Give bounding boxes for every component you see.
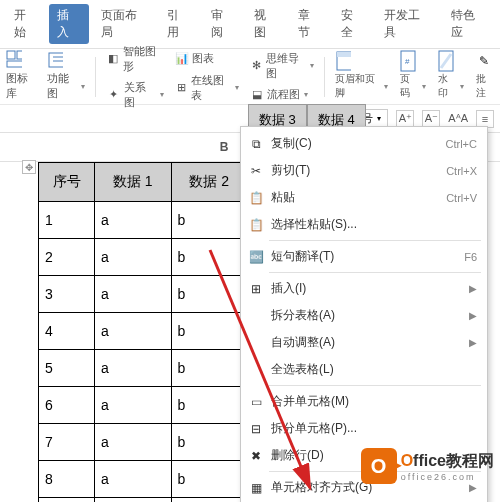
table-cell[interactable]: 8 bbox=[39, 461, 95, 498]
table-row[interactable]: 9ab bbox=[39, 498, 248, 503]
table-row[interactable]: 6ab bbox=[39, 387, 248, 424]
table-cell[interactable]: 4 bbox=[39, 313, 95, 350]
delete-row-icon: ✖ bbox=[248, 448, 264, 464]
watermark-button[interactable]: 水印 bbox=[438, 72, 464, 100]
annotate-button[interactable]: 批注 bbox=[476, 72, 494, 100]
icon-library-button[interactable] bbox=[6, 52, 37, 68]
table-cell[interactable]: b bbox=[171, 387, 248, 424]
svg-rect-2 bbox=[7, 61, 22, 67]
annotate-icon[interactable]: ✎ bbox=[476, 53, 492, 69]
ctx-合并单元格(M)[interactable]: ▭合并单元格(M) bbox=[241, 388, 487, 415]
smartart-button[interactable]: ◧智能图形 bbox=[106, 44, 164, 74]
ctx-剪切(T)[interactable]: ✂剪切(T)Ctrl+X bbox=[241, 157, 487, 184]
header-footer-button[interactable]: 页眉和页脚 bbox=[335, 72, 388, 100]
font-decrease-button[interactable]: A⁻ bbox=[422, 110, 440, 128]
ctx-全选表格(L)[interactable]: 全选表格(L) bbox=[241, 356, 487, 383]
table-cell[interactable]: b bbox=[171, 498, 248, 503]
table-cell[interactable]: a bbox=[95, 202, 172, 239]
tab-review[interactable]: 审阅 bbox=[203, 4, 242, 44]
bold-button[interactable]: B bbox=[214, 137, 234, 157]
data-table[interactable]: 序号 数据 1 数据 2 1ab2ab3ab4ab5ab6ab7ab8ab9ab… bbox=[38, 162, 248, 502]
tab-layout[interactable]: 页面布局 bbox=[93, 4, 156, 44]
cut-icon: ✂ bbox=[248, 163, 264, 179]
watermark-icon[interactable] bbox=[438, 53, 454, 69]
table-cell[interactable]: 5 bbox=[39, 350, 95, 387]
ctx-复制(C)[interactable]: ⧉复制(C)Ctrl+C bbox=[241, 130, 487, 157]
ctx-item-label: 粘贴 bbox=[271, 189, 295, 206]
ctx-item-label: 插入(I) bbox=[271, 280, 306, 297]
ctx-自动调整(A)[interactable]: 自动调整(A)▶ bbox=[241, 329, 487, 356]
table-cell[interactable]: 1 bbox=[39, 202, 95, 239]
table-row[interactable]: 3ab bbox=[39, 276, 248, 313]
table-row[interactable]: 4ab bbox=[39, 313, 248, 350]
table-cell[interactable]: b bbox=[171, 239, 248, 276]
table-cell[interactable]: a bbox=[95, 313, 172, 350]
table-cell[interactable]: a bbox=[95, 350, 172, 387]
svg-rect-1 bbox=[17, 51, 22, 59]
mindmap-button[interactable]: ✻思维导图 bbox=[249, 51, 314, 81]
pagenum-button[interactable]: 页码 bbox=[400, 72, 426, 100]
table-cell[interactable]: 6 bbox=[39, 387, 95, 424]
function-button[interactable] bbox=[47, 52, 85, 68]
chart-button[interactable]: 📊图表 bbox=[174, 51, 239, 67]
chart-icon: 📊 bbox=[174, 51, 190, 67]
pagenum-icon[interactable]: # bbox=[400, 53, 416, 69]
svg-text:#: # bbox=[405, 57, 410, 66]
table-cell[interactable]: 3 bbox=[39, 276, 95, 313]
function-label[interactable]: 功能图 bbox=[47, 71, 85, 101]
tab-section[interactable]: 章节 bbox=[290, 4, 329, 44]
table-row[interactable]: 2ab bbox=[39, 239, 248, 276]
paste-icon: 📋 bbox=[248, 190, 264, 206]
ctx-拆分表格(A)[interactable]: 拆分表格(A)▶ bbox=[241, 302, 487, 329]
relation-icon: ✦ bbox=[106, 87, 122, 103]
cover-icon bbox=[6, 52, 22, 68]
relation-button[interactable]: ✦关系图 bbox=[106, 80, 164, 110]
table-row[interactable]: 7ab bbox=[39, 424, 248, 461]
table-cell[interactable]: b bbox=[171, 202, 248, 239]
tab-insert[interactable]: 插入 bbox=[49, 4, 88, 44]
table-cell[interactable]: 2 bbox=[39, 239, 95, 276]
th-data1[interactable]: 数据 1 bbox=[95, 163, 172, 202]
ctx-粘贴[interactable]: 📋粘贴Ctrl+V bbox=[241, 184, 487, 211]
header-icon[interactable] bbox=[335, 53, 351, 69]
table-cell[interactable]: a bbox=[95, 498, 172, 503]
table-cell[interactable]: 9 bbox=[39, 498, 95, 503]
tab-start[interactable]: 开始 bbox=[6, 4, 45, 44]
ctx-item-label: 合并单元格(M) bbox=[271, 393, 349, 410]
table-move-handle[interactable]: ✥ bbox=[22, 160, 36, 174]
table-cell[interactable]: a bbox=[95, 239, 172, 276]
ctx-插入(I)[interactable]: ⊞插入(I)▶ bbox=[241, 275, 487, 302]
flowchart-button[interactable]: ⬓流程图 bbox=[249, 87, 314, 103]
smartart-icon: ◧ bbox=[106, 51, 121, 67]
tab-view[interactable]: 视图 bbox=[246, 4, 285, 44]
table-row[interactable]: 8ab bbox=[39, 461, 248, 498]
tab-reference[interactable]: 引用 bbox=[159, 4, 198, 44]
icon-library-label[interactable]: 图标库 bbox=[6, 71, 37, 101]
function-icon bbox=[47, 52, 63, 68]
th-seq[interactable]: 序号 bbox=[39, 163, 95, 202]
table-cell[interactable]: b bbox=[171, 313, 248, 350]
ctx-短句翻译(T)[interactable]: 🔤短句翻译(T)F6 bbox=[241, 243, 487, 270]
table-row[interactable]: 1ab bbox=[39, 202, 248, 239]
table-cell[interactable]: a bbox=[95, 461, 172, 498]
tab-feature[interactable]: 特色应 bbox=[443, 4, 494, 44]
table-cell[interactable]: a bbox=[95, 387, 172, 424]
numlist-button[interactable]: ≡ bbox=[476, 110, 494, 128]
ctx-item-label: 拆分表格(A) bbox=[271, 307, 335, 324]
table-cell[interactable]: b bbox=[171, 424, 248, 461]
ctx-拆分单元格(P)...[interactable]: ⊟拆分单元格(P)... bbox=[241, 415, 487, 442]
table-cell[interactable]: b bbox=[171, 350, 248, 387]
tab-dev[interactable]: 开发工具 bbox=[376, 4, 439, 44]
th-data2[interactable]: 数据 2 bbox=[171, 163, 248, 202]
online-chart-button[interactable]: ⊞在线图表 bbox=[174, 73, 239, 103]
ctx-shortcut: Ctrl+X bbox=[446, 165, 477, 177]
table-row[interactable]: 5ab bbox=[39, 350, 248, 387]
tab-security[interactable]: 安全 bbox=[333, 4, 372, 44]
table-cell[interactable]: b bbox=[171, 461, 248, 498]
table-cell[interactable]: 7 bbox=[39, 424, 95, 461]
font-increase-button[interactable]: A⁺ bbox=[396, 110, 414, 128]
table-cell[interactable]: b bbox=[171, 276, 248, 313]
ctx-选择性粘贴(S)...[interactable]: 📋选择性粘贴(S)... bbox=[241, 211, 487, 238]
table-cell[interactable]: a bbox=[95, 276, 172, 313]
table-cell[interactable]: a bbox=[95, 424, 172, 461]
